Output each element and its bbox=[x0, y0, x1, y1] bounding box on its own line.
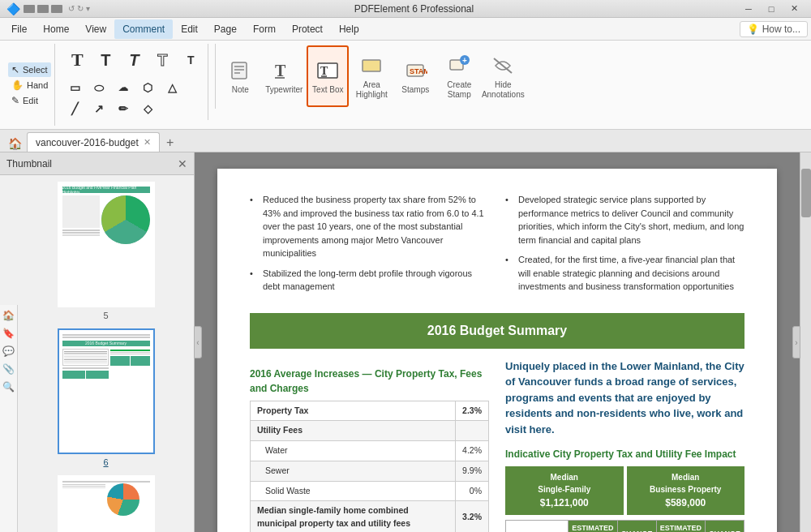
help-label: How to... bbox=[762, 24, 800, 35]
pdf-viewer[interactable]: • Reduced the business property tax shar… bbox=[195, 152, 800, 532]
text-format-group: T T T T T ▭ ⬭ ☁ ⬡ △ ╱ ↗ ✏ ◇ bbox=[60, 44, 208, 120]
search-nav-icon[interactable]: 🔍 bbox=[2, 380, 16, 394]
thumb-image-5: 2016 Budget and FiveYear Financial Plan … bbox=[58, 182, 155, 307]
menu-view[interactable]: View bbox=[77, 19, 114, 39]
menu-edit[interactable]: Edit bbox=[173, 19, 206, 39]
eraser-tool[interactable]: ◇ bbox=[136, 99, 159, 118]
rect-tool[interactable]: ▭ bbox=[63, 78, 86, 97]
text-tool-outline[interactable]: T bbox=[148, 45, 176, 75]
hide-annotations-button[interactable]: HideAnnotations bbox=[482, 45, 524, 107]
window-controls[interactable]: ─ □ ✕ bbox=[738, 2, 805, 16]
table-cell-label: Property Tax bbox=[251, 401, 456, 421]
stamps-tool-button[interactable]: STAMP Stamps bbox=[394, 45, 436, 107]
table-row: Solid Waste 0% bbox=[251, 481, 489, 501]
menu-comment[interactable]: Comment bbox=[114, 19, 173, 39]
menu-home[interactable]: Home bbox=[35, 19, 77, 39]
thumbnail-7[interactable]: 7 bbox=[58, 475, 155, 532]
comment-tools-group: Note T Typewriter T Text Box AreaH bbox=[215, 44, 527, 109]
impact-detail-table: ESTIMATED 2016 TAX BILL (COV PORTION) CH… bbox=[505, 520, 744, 532]
business-property-card: MedianBusiness Property $589,000 bbox=[627, 466, 745, 515]
vertical-scrollbar[interactable] bbox=[800, 152, 811, 532]
line-tool[interactable]: ╱ bbox=[63, 99, 86, 118]
maximize-button[interactable]: □ bbox=[761, 2, 782, 16]
help-button[interactable]: 💡 How to... bbox=[740, 21, 808, 37]
home-nav-icon[interactable]: 🏠 bbox=[2, 308, 16, 323]
table-row: Median single-family home combined munic… bbox=[251, 501, 489, 532]
left-panel: Thumbnail ✕ 2016 Budget and FiveYear Fin… bbox=[0, 152, 195, 532]
table-row: Water 4.2% bbox=[251, 441, 489, 461]
help-icon: 💡 bbox=[747, 24, 759, 35]
menu-protect[interactable]: Protect bbox=[284, 19, 331, 39]
table-row: Property Tax 2.3% bbox=[251, 401, 489, 421]
tab-document[interactable]: vancouver-2016-budget ✕ bbox=[27, 132, 160, 152]
attachment-icon[interactable]: 📎 bbox=[2, 362, 16, 376]
svg-rect-9 bbox=[363, 60, 380, 71]
new-tab-button[interactable]: + bbox=[161, 134, 179, 152]
menu-page[interactable]: Page bbox=[206, 19, 245, 39]
comment-nav-icon[interactable]: 💬 bbox=[2, 344, 16, 358]
text-tool-small[interactable]: T bbox=[177, 45, 204, 75]
bookmark-icon[interactable]: 🔖 bbox=[2, 326, 16, 341]
single-family-amount: $1,121,000 bbox=[508, 496, 620, 510]
impact-header-blank bbox=[506, 521, 569, 533]
main-layout: 🏠 🔖 💬 📎 🔍 Thumbnail ✕ 2016 Budget and Fi… bbox=[0, 152, 811, 532]
impact-header-bill2: ESTIMATED 2016 TAX BILL (COV PORTION) bbox=[656, 521, 705, 533]
section1-title: 2016 Average Increases — City Property T… bbox=[250, 367, 489, 396]
typewriter-tool-button[interactable]: T Typewriter bbox=[263, 45, 305, 107]
home-icon[interactable]: 🏠 bbox=[3, 135, 27, 152]
hexagon-tool[interactable]: ⬡ bbox=[136, 78, 159, 97]
toolbar: ↖ Select ✋ Hand ✎ Edit T T T T T ▭ ⬭ ☁ ⬡… bbox=[0, 41, 811, 130]
table-cell-label: Median single-family home combined munic… bbox=[251, 501, 456, 532]
text-tool-sans[interactable]: T bbox=[92, 45, 119, 75]
table-cell-label: Water bbox=[251, 441, 456, 461]
table-row: Utility Fees bbox=[251, 421, 489, 441]
thumbnail-area: 2016 Budget and FiveYear Financial Plan … bbox=[18, 175, 194, 532]
scroll-thumb[interactable] bbox=[801, 169, 811, 217]
bullet-left-2: • Stabilized the long-term debt profile … bbox=[250, 267, 489, 294]
create-stamp-label: CreateStamp bbox=[447, 80, 471, 100]
hide-annotations-label: HideAnnotations bbox=[482, 80, 525, 100]
close-button[interactable]: ✕ bbox=[783, 2, 805, 16]
cursor-icon: ↖ bbox=[11, 64, 19, 75]
thumb-num-6[interactable]: 6 bbox=[103, 457, 108, 467]
minimize-button[interactable]: ─ bbox=[738, 2, 759, 16]
edit-tool[interactable]: ✎ Edit bbox=[8, 93, 51, 108]
note-tool-button[interactable]: Note bbox=[219, 45, 261, 107]
property-impact-title: Indicative City Property Tax and Utility… bbox=[505, 447, 744, 461]
thumbnail-5[interactable]: 2016 Budget and FiveYear Financial Plan … bbox=[58, 182, 155, 320]
svg-rect-0 bbox=[232, 62, 247, 79]
typewriter-label: Typewriter bbox=[265, 85, 303, 95]
panel-close-button[interactable]: ✕ bbox=[178, 157, 187, 170]
svg-text:T: T bbox=[275, 62, 286, 79]
impact-header-row: ESTIMATED 2016 TAX BILL (COV PORTION) CH… bbox=[506, 521, 744, 533]
menu-help[interactable]: Help bbox=[331, 19, 367, 39]
property-cards: MedianSingle-Family $1,121,000 MedianBus… bbox=[505, 466, 744, 515]
thumb-label-5: 5 bbox=[103, 311, 108, 320]
intro-bullets: • Reduced the business property tax shar… bbox=[250, 193, 744, 300]
hand-tool[interactable]: ✋ Hand bbox=[8, 78, 51, 92]
impact-header-change2: CHANGE OVER 2015 bbox=[705, 521, 744, 533]
bullet-marker: • bbox=[250, 193, 258, 260]
cloud-tool[interactable]: ☁ bbox=[112, 78, 135, 97]
panel-collapse-handle[interactable]: ‹ bbox=[194, 326, 202, 358]
bullet-marker: • bbox=[505, 193, 513, 247]
menu-form[interactable]: Form bbox=[245, 19, 284, 39]
table-cell-value: 4.2% bbox=[456, 441, 489, 461]
table-cell-value: 2.3% bbox=[456, 401, 489, 421]
right-panel-handle[interactable]: › bbox=[792, 326, 800, 358]
thumbnail-6[interactable]: 2016 Budget Summary bbox=[58, 328, 155, 467]
area-highlight-tool-button[interactable]: AreaHighlight bbox=[350, 45, 393, 107]
bullet-marker: • bbox=[505, 253, 513, 294]
impact-header-bill1: ESTIMATED 2016 TAX BILL (COV PORTION) bbox=[569, 521, 617, 533]
select-tool[interactable]: ↖ Select bbox=[8, 62, 51, 77]
arrow-tool[interactable]: ↗ bbox=[88, 99, 110, 118]
text-tool-italic[interactable]: T bbox=[120, 45, 148, 75]
oval-tool[interactable]: ⬭ bbox=[88, 78, 110, 97]
create-stamp-tool-button[interactable]: + CreateStamp bbox=[438, 45, 480, 107]
triangle-tool[interactable]: △ bbox=[161, 78, 183, 97]
tab-close-button[interactable]: ✕ bbox=[144, 137, 151, 148]
menu-file[interactable]: File bbox=[3, 19, 35, 39]
textbox-tool-button[interactable]: T Text Box bbox=[307, 45, 349, 107]
pencil-tool[interactable]: ✏ bbox=[112, 99, 135, 118]
text-tool-serif[interactable]: T bbox=[63, 45, 91, 75]
